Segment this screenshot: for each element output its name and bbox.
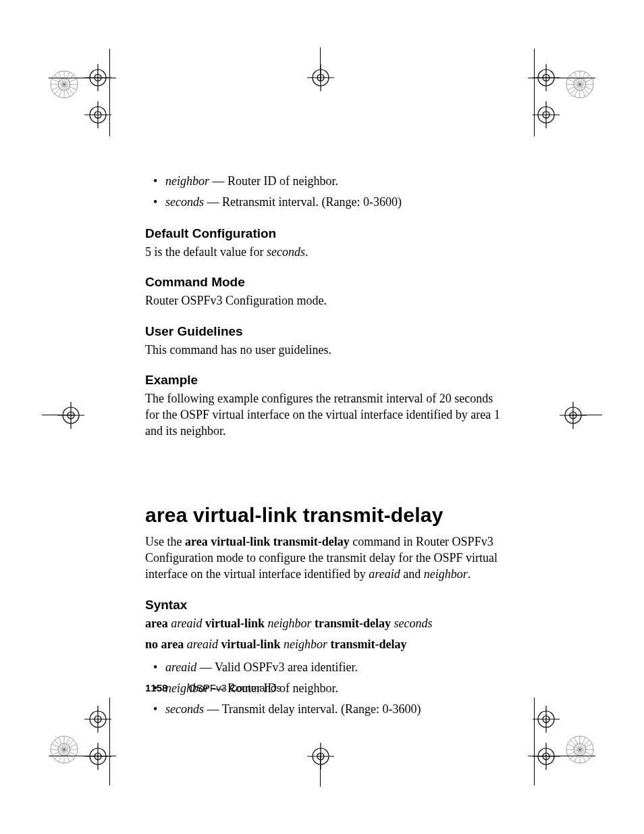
crop-line — [49, 78, 116, 78]
crop-line — [534, 49, 535, 136]
param-desc: — Transmit delay interval. (Range: 0-360… — [204, 702, 421, 716]
text-default-configuration: 5 is the default value for seconds. — [145, 244, 503, 260]
syntax-arg: neighbor — [268, 617, 315, 630]
heading-user-guidelines: User Guidelines — [145, 324, 503, 339]
heading-syntax: Syntax — [145, 598, 503, 613]
top-param-list: neighbor — Router ID of neighbor. second… — [145, 172, 503, 211]
syntax-arg: seconds — [394, 617, 432, 630]
page-content: neighbor — Router ID of neighbor. second… — [145, 172, 503, 725]
syntax-line-1: area areaid virtual-link neighbor transm… — [145, 615, 503, 632]
syntax-keyword: virtual-link — [205, 617, 268, 630]
param-desc: — Retransmit interval. (Range: 0-3600) — [204, 195, 402, 209]
crop-line — [109, 49, 110, 136]
list-item: seconds — Retransmit interval. (Range: 0… — [165, 193, 503, 211]
registration-mark-icon — [560, 729, 600, 770]
registration-mark-icon — [560, 64, 600, 105]
crop-line — [49, 756, 116, 756]
registration-mark-icon — [54, 398, 88, 432]
param-term: seconds — [165, 195, 204, 209]
list-item: areaid — Valid OSPFv3 area identifier. — [165, 658, 503, 677]
param-term: neighbor — [165, 174, 209, 188]
text-italic: areaid — [369, 567, 400, 581]
crop-line — [534, 698, 535, 785]
text-example: The following example configures the ret… — [145, 390, 503, 440]
text-italic: neighbor — [424, 567, 468, 581]
syntax-arg: neighbor — [284, 637, 331, 651]
command-intro: Use the area virtual-link transmit-delay… — [145, 533, 503, 583]
text-bold: area virtual-link transmit-delay — [185, 535, 350, 548]
heading-default-configuration: Default Configuration — [145, 226, 503, 241]
page-footer: 1158 | OSPFv3 Commands — [145, 682, 281, 694]
heading-example: Example — [145, 373, 503, 388]
command-title: area virtual-link transmit-delay — [145, 504, 503, 527]
text-fragment: . — [468, 567, 471, 581]
syntax-keyword: transmit-delay — [331, 637, 407, 651]
registration-mark-icon — [44, 64, 84, 105]
crop-line — [528, 78, 595, 78]
list-item: neighbor — Router ID of neighbor. — [165, 172, 503, 190]
param-term: seconds — [165, 702, 204, 716]
syntax-keyword: virtual-link — [221, 637, 284, 651]
crop-line — [42, 415, 76, 415]
footer-divider: | — [177, 683, 179, 694]
text-user-guidelines: This command has no user guidelines. — [145, 342, 503, 358]
list-item: seconds — Transmit delay interval. (Rang… — [165, 700, 503, 719]
registration-mark-icon — [304, 61, 338, 95]
crop-line — [320, 47, 321, 81]
registration-mark-icon — [304, 739, 338, 773]
syntax-arg: areaid — [171, 617, 202, 630]
text-fragment: 5 is the default value for — [145, 245, 267, 259]
crop-line — [109, 698, 110, 785]
syntax-line-2: no area areaid virtual-link neighbor tra… — [145, 636, 503, 653]
heading-command-mode: Command Mode — [145, 275, 503, 290]
param-term: areaid — [165, 660, 196, 674]
syntax-keyword: transmit-delay — [315, 617, 394, 630]
text-italic: seconds — [267, 245, 305, 259]
syntax-keyword: area — [145, 617, 171, 630]
text-fragment: and — [400, 567, 424, 581]
text-command-mode: Router OSPFv3 Configuration mode. — [145, 292, 503, 309]
registration-mark-icon — [44, 729, 84, 770]
crop-line — [568, 415, 602, 415]
syntax-keyword: no area — [145, 637, 187, 651]
crop-line — [320, 753, 321, 787]
syntax-arg: areaid — [187, 637, 218, 651]
registration-mark-icon — [556, 398, 590, 432]
page-number: 1158 — [145, 682, 167, 694]
text-fragment: Use the — [145, 535, 185, 548]
param-desc: — Router ID of neighbor. — [209, 174, 338, 188]
param-desc: — Valid OSPFv3 area identifier. — [196, 660, 358, 674]
crop-line — [528, 756, 595, 756]
text-fragment: . — [305, 245, 308, 259]
footer-section-name: OSPFv3 Commands — [188, 682, 281, 694]
